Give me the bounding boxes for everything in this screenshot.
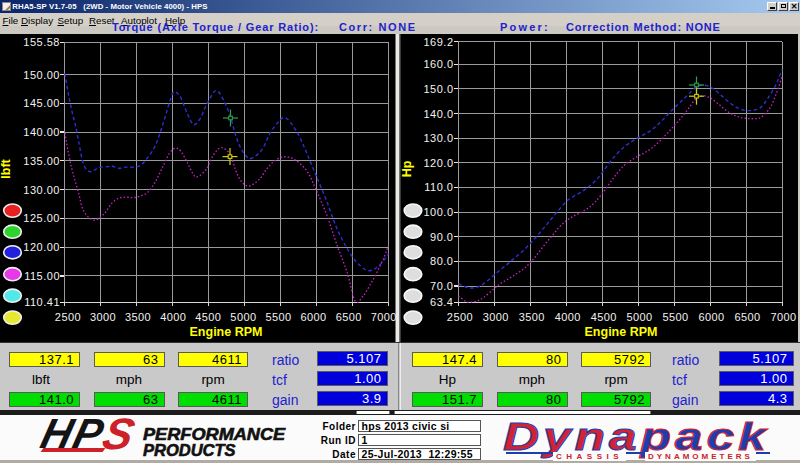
svg-text:2500: 2500 xyxy=(447,311,473,323)
svg-text:130.0: 130.0 xyxy=(423,132,453,144)
svg-text:5000: 5000 xyxy=(627,311,653,323)
svg-text:115.00: 115.00 xyxy=(24,270,60,282)
svg-text:150.0: 150.0 xyxy=(423,83,453,95)
svg-text:6000: 6000 xyxy=(698,311,724,323)
svg-text:7000: 7000 xyxy=(770,311,796,323)
svg-text:Engine RPM: Engine RPM xyxy=(585,325,658,339)
svg-text:6500: 6500 xyxy=(336,311,362,323)
svg-text:110.41: 110.41 xyxy=(24,296,60,308)
svg-text:Engine RPM: Engine RPM xyxy=(190,325,263,339)
svg-text:155.58: 155.58 xyxy=(23,36,60,48)
svg-text:5500: 5500 xyxy=(663,311,689,323)
svg-text:4500: 4500 xyxy=(195,311,221,323)
svg-text:145.00: 145.00 xyxy=(23,97,60,109)
svg-text:3500: 3500 xyxy=(125,311,151,323)
svg-text:3000: 3000 xyxy=(90,311,116,323)
svg-text:100.0: 100.0 xyxy=(423,206,453,218)
svg-text:110.0: 110.0 xyxy=(424,181,453,193)
svg-text:5000: 5000 xyxy=(230,311,256,323)
svg-text:6500: 6500 xyxy=(734,311,760,323)
svg-text:70.0: 70.0 xyxy=(430,280,453,292)
svg-text:5500: 5500 xyxy=(265,311,291,323)
svg-text:135.00: 135.00 xyxy=(23,155,60,167)
svg-text:140.0: 140.0 xyxy=(423,108,453,120)
svg-text:3500: 3500 xyxy=(519,311,545,323)
svg-text:169.2: 169.2 xyxy=(423,36,453,48)
svg-text:2500: 2500 xyxy=(55,311,81,323)
svg-text:6000: 6000 xyxy=(301,311,327,323)
svg-text:125.00: 125.00 xyxy=(23,212,60,224)
svg-text:4000: 4000 xyxy=(555,311,581,323)
svg-text:120.0: 120.0 xyxy=(423,157,453,169)
svg-text:4000: 4000 xyxy=(160,311,186,323)
svg-text:4500: 4500 xyxy=(591,311,617,323)
svg-text:90.0: 90.0 xyxy=(430,231,453,243)
svg-text:120.00: 120.00 xyxy=(23,241,60,253)
svg-text:130.00: 130.00 xyxy=(23,184,60,196)
svg-text:Hp: Hp xyxy=(400,160,414,177)
svg-text:140.00: 140.00 xyxy=(23,126,60,138)
svg-text:7000: 7000 xyxy=(371,311,397,323)
svg-text:160.0: 160.0 xyxy=(423,58,453,70)
svg-text:63.4: 63.4 xyxy=(430,296,453,308)
svg-text:3000: 3000 xyxy=(483,311,509,323)
svg-text:lbft: lbft xyxy=(0,158,13,178)
svg-text:80.0: 80.0 xyxy=(430,255,453,267)
svg-text:150.00: 150.00 xyxy=(23,69,60,81)
